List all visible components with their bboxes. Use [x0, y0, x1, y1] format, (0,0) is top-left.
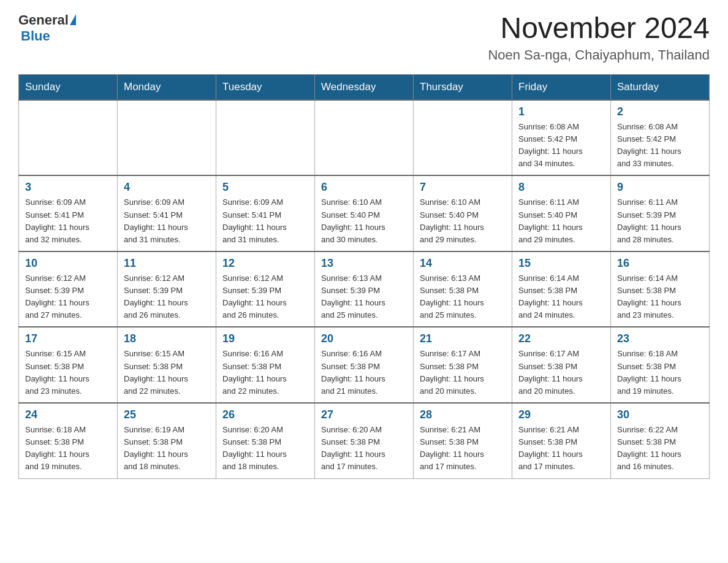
calendar-cell [414, 100, 512, 176]
calendar-cell: 5Sunrise: 6:09 AMSunset: 5:41 PMDaylight… [216, 175, 315, 251]
weekday-header-thursday: Thursday [414, 74, 512, 100]
weekday-header-tuesday: Tuesday [216, 74, 315, 100]
day-number: 26 [222, 408, 308, 421]
day-number: 11 [124, 257, 210, 270]
day-number: 20 [321, 332, 407, 345]
calendar-cell: 23Sunrise: 6:18 AMSunset: 5:38 PMDayligh… [611, 327, 710, 403]
calendar-cell: 1Sunrise: 6:08 AMSunset: 5:42 PMDaylight… [512, 100, 611, 176]
calendar-cell: 8Sunrise: 6:11 AMSunset: 5:40 PMDaylight… [512, 175, 611, 251]
day-number: 24 [25, 408, 111, 421]
title-area: November 2024 Noen Sa-nga, Chaiyaphum, T… [488, 12, 710, 63]
weekday-header-monday: Monday [118, 74, 216, 100]
calendar-cell: 18Sunrise: 6:15 AMSunset: 5:38 PMDayligh… [118, 327, 216, 403]
day-info: Sunrise: 6:12 AMSunset: 5:39 PMDaylight:… [25, 272, 111, 322]
day-info: Sunrise: 6:22 AMSunset: 5:38 PMDaylight:… [617, 424, 703, 473]
day-number: 29 [518, 408, 604, 421]
day-info: Sunrise: 6:11 AMSunset: 5:40 PMDaylight:… [518, 196, 604, 246]
calendar-cell: 20Sunrise: 6:16 AMSunset: 5:38 PMDayligh… [315, 327, 414, 403]
day-number: 7 [420, 181, 506, 194]
day-info: Sunrise: 6:11 AMSunset: 5:39 PMDaylight:… [617, 196, 703, 246]
day-info: Sunrise: 6:14 AMSunset: 5:38 PMDaylight:… [518, 272, 604, 322]
day-info: Sunrise: 6:08 AMSunset: 5:42 PMDaylight:… [617, 121, 703, 170]
day-number: 16 [617, 257, 703, 270]
logo-triangle-icon [70, 14, 76, 25]
day-number: 6 [321, 181, 407, 194]
day-info: Sunrise: 6:17 AMSunset: 5:38 PMDaylight:… [420, 348, 506, 397]
day-number: 10 [25, 257, 111, 270]
weekday-header-saturday: Saturday [611, 74, 710, 100]
location-subtitle: Noen Sa-nga, Chaiyaphum, Thailand [488, 47, 710, 63]
day-number: 15 [518, 257, 604, 270]
day-info: Sunrise: 6:15 AMSunset: 5:38 PMDaylight:… [124, 348, 210, 397]
week-row-3: 10Sunrise: 6:12 AMSunset: 5:39 PMDayligh… [19, 251, 710, 327]
calendar-cell: 13Sunrise: 6:13 AMSunset: 5:39 PMDayligh… [315, 251, 414, 327]
day-number: 2 [617, 105, 703, 118]
day-info: Sunrise: 6:19 AMSunset: 5:38 PMDaylight:… [124, 424, 210, 473]
weekday-header-wednesday: Wednesday [315, 74, 414, 100]
calendar-cell: 14Sunrise: 6:13 AMSunset: 5:38 PMDayligh… [414, 251, 512, 327]
day-number: 9 [617, 181, 703, 194]
calendar-cell: 12Sunrise: 6:12 AMSunset: 5:39 PMDayligh… [216, 251, 315, 327]
calendar-cell: 22Sunrise: 6:17 AMSunset: 5:38 PMDayligh… [512, 327, 611, 403]
calendar-cell: 30Sunrise: 6:22 AMSunset: 5:38 PMDayligh… [611, 403, 710, 478]
day-info: Sunrise: 6:08 AMSunset: 5:42 PMDaylight:… [518, 121, 604, 170]
day-number: 5 [222, 181, 308, 194]
calendar-cell: 4Sunrise: 6:09 AMSunset: 5:41 PMDaylight… [118, 175, 216, 251]
weekday-header-row: SundayMondayTuesdayWednesdayThursdayFrid… [19, 74, 710, 100]
calendar-cell: 28Sunrise: 6:21 AMSunset: 5:38 PMDayligh… [414, 403, 512, 478]
calendar-cell: 16Sunrise: 6:14 AMSunset: 5:38 PMDayligh… [611, 251, 710, 327]
day-number: 17 [25, 332, 111, 345]
day-info: Sunrise: 6:10 AMSunset: 5:40 PMDaylight:… [321, 196, 407, 246]
day-number: 21 [420, 332, 506, 345]
day-info: Sunrise: 6:14 AMSunset: 5:38 PMDaylight:… [617, 272, 703, 322]
weekday-header-friday: Friday [512, 74, 611, 100]
calendar-cell: 9Sunrise: 6:11 AMSunset: 5:39 PMDaylight… [611, 175, 710, 251]
calendar-cell: 24Sunrise: 6:18 AMSunset: 5:38 PMDayligh… [19, 403, 118, 478]
day-number: 3 [25, 181, 111, 194]
calendar-cell: 29Sunrise: 6:21 AMSunset: 5:38 PMDayligh… [512, 403, 611, 478]
month-title: November 2024 [488, 12, 710, 45]
page-header: General Blue November 2024 Noen Sa-nga, … [18, 12, 710, 63]
day-info: Sunrise: 6:12 AMSunset: 5:39 PMDaylight:… [222, 272, 308, 322]
day-info: Sunrise: 6:18 AMSunset: 5:38 PMDaylight:… [25, 424, 111, 473]
day-info: Sunrise: 6:09 AMSunset: 5:41 PMDaylight:… [124, 196, 210, 246]
week-row-1: 1Sunrise: 6:08 AMSunset: 5:42 PMDaylight… [19, 100, 710, 176]
calendar-cell [19, 100, 118, 176]
calendar-cell: 15Sunrise: 6:14 AMSunset: 5:38 PMDayligh… [512, 251, 611, 327]
day-info: Sunrise: 6:15 AMSunset: 5:38 PMDaylight:… [25, 348, 111, 397]
day-info: Sunrise: 6:13 AMSunset: 5:39 PMDaylight:… [321, 272, 407, 322]
day-info: Sunrise: 6:10 AMSunset: 5:40 PMDaylight:… [420, 196, 506, 246]
day-info: Sunrise: 6:21 AMSunset: 5:38 PMDaylight:… [518, 424, 604, 473]
day-number: 22 [518, 332, 604, 345]
day-info: Sunrise: 6:20 AMSunset: 5:38 PMDaylight:… [222, 424, 308, 473]
day-number: 14 [420, 257, 506, 270]
day-info: Sunrise: 6:13 AMSunset: 5:38 PMDaylight:… [420, 272, 506, 322]
weekday-header-sunday: Sunday [19, 74, 118, 100]
day-info: Sunrise: 6:16 AMSunset: 5:38 PMDaylight:… [321, 348, 407, 397]
day-number: 1 [518, 105, 604, 118]
logo: General Blue [18, 12, 76, 44]
day-info: Sunrise: 6:21 AMSunset: 5:38 PMDaylight:… [420, 424, 506, 473]
day-number: 19 [222, 332, 308, 345]
calendar-cell: 6Sunrise: 6:10 AMSunset: 5:40 PMDaylight… [315, 175, 414, 251]
calendar-cell [315, 100, 414, 176]
day-number: 25 [124, 408, 210, 421]
calendar-cell: 10Sunrise: 6:12 AMSunset: 5:39 PMDayligh… [19, 251, 118, 327]
day-info: Sunrise: 6:09 AMSunset: 5:41 PMDaylight:… [222, 196, 308, 246]
calendar-cell [118, 100, 216, 176]
calendar-cell: 11Sunrise: 6:12 AMSunset: 5:39 PMDayligh… [118, 251, 216, 327]
calendar-cell: 26Sunrise: 6:20 AMSunset: 5:38 PMDayligh… [216, 403, 315, 478]
day-number: 27 [321, 408, 407, 421]
week-row-2: 3Sunrise: 6:09 AMSunset: 5:41 PMDaylight… [19, 175, 710, 251]
day-number: 4 [124, 181, 210, 194]
calendar-cell: 3Sunrise: 6:09 AMSunset: 5:41 PMDaylight… [19, 175, 118, 251]
day-info: Sunrise: 6:09 AMSunset: 5:41 PMDaylight:… [25, 196, 111, 246]
day-info: Sunrise: 6:20 AMSunset: 5:38 PMDaylight:… [321, 424, 407, 473]
day-number: 13 [321, 257, 407, 270]
day-number: 30 [617, 408, 703, 421]
logo-general-text: General [18, 12, 69, 28]
calendar-cell: 25Sunrise: 6:19 AMSunset: 5:38 PMDayligh… [118, 403, 216, 478]
day-info: Sunrise: 6:18 AMSunset: 5:38 PMDaylight:… [617, 348, 703, 397]
day-number: 12 [222, 257, 308, 270]
day-info: Sunrise: 6:17 AMSunset: 5:38 PMDaylight:… [518, 348, 604, 397]
